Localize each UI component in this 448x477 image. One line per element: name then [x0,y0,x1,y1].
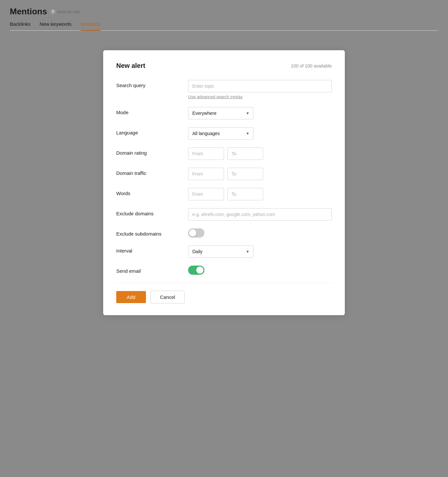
page-header: Mentions ? How to use Backlinks New keyw… [10,7,438,31]
interval-select-wrapper: Daily Weekly Monthly ▼ [188,245,253,258]
interval-label: Interval [116,245,188,254]
domain-rating-label: Domain rating [116,147,188,156]
exclude-domains-control [188,208,332,221]
language-select[interactable]: All languages English Spanish French Ger… [188,127,253,140]
domain-traffic-range [188,168,332,180]
domain-rating-range [188,147,332,160]
tab-mentions[interactable]: Mentions [81,21,101,31]
words-to[interactable] [227,188,263,200]
search-query-input[interactable] [188,80,332,92]
form-divider [116,283,332,283]
language-row: Language All languages English Spanish F… [116,127,332,140]
exclude-subdomains-slider [188,228,204,238]
search-query-control: Use advanced search syntax [188,80,332,99]
page-title: Mentions [10,7,47,17]
exclude-subdomains-label: Exclude subdomains [116,228,188,237]
search-query-label: Search query [116,80,188,88]
mode-select-wrapper: Everywhere Title only Body only ▼ [188,107,253,119]
mode-label: Mode [116,107,188,115]
exclude-domains-input[interactable] [188,208,332,221]
words-from[interactable] [188,188,224,200]
interval-control: Daily Weekly Monthly ▼ [188,245,332,258]
help-icon: ? [50,9,56,14]
domain-rating-row: Domain rating [116,147,332,160]
interval-row: Interval Daily Weekly Monthly ▼ [116,245,332,258]
words-label: Words [116,188,188,196]
modal-header: New alert 100 of 100 available [116,62,332,69]
how-to-use-label: How to use [57,9,80,14]
new-alert-modal: New alert 100 of 100 available Search qu… [103,50,345,315]
domain-traffic-label: Domain traffic [116,168,188,176]
domain-traffic-from[interactable] [188,168,224,180]
words-control [188,188,332,200]
send-email-control [188,266,332,275]
available-count: 100 of 100 available [291,63,332,69]
mode-row: Mode Everywhere Title only Body only ▼ [116,107,332,119]
advanced-search-link[interactable]: Use advanced search syntax [188,94,243,99]
domain-traffic-control [188,168,332,180]
send-email-label: Send email [116,266,188,274]
exclude-subdomains-control [188,228,332,238]
cancel-button[interactable]: Cancel [151,291,185,303]
exclude-subdomains-toggle[interactable] [188,228,204,238]
tabs-nav: Backlinks New keywords Mentions [10,21,438,31]
exclude-domains-label: Exclude domains [116,208,188,216]
modal-footer: Add Cancel [116,291,332,303]
interval-select[interactable]: Daily Weekly Monthly [188,245,253,258]
exclude-domains-row: Exclude domains [116,208,332,221]
words-range [188,188,332,200]
send-email-row: Send email [116,266,332,275]
how-to-use-link[interactable]: ? How to use [50,9,80,14]
modal-title: New alert [116,62,145,69]
words-row: Words [116,188,332,200]
language-select-wrapper: All languages English Spanish French Ger… [188,127,253,140]
language-label: Language [116,127,188,135]
tab-backlinks[interactable]: Backlinks [10,21,30,31]
send-email-slider [188,266,204,275]
add-button[interactable]: Add [116,291,146,303]
exclude-subdomains-row: Exclude subdomains [116,228,332,238]
search-hint: Use advanced search syntax [188,94,332,99]
language-control: All languages English Spanish French Ger… [188,127,332,140]
domain-traffic-to[interactable] [227,168,263,180]
domain-rating-from[interactable] [188,147,224,160]
domain-traffic-row: Domain traffic [116,168,332,180]
domain-rating-to[interactable] [227,147,263,160]
tab-new-keywords[interactable]: New keywords [40,21,72,31]
mode-select[interactable]: Everywhere Title only Body only [188,107,253,119]
send-email-toggle[interactable] [188,266,204,275]
mode-control: Everywhere Title only Body only ▼ [188,107,332,119]
search-query-row: Search query Use advanced search syntax [116,80,332,99]
domain-rating-control [188,147,332,160]
